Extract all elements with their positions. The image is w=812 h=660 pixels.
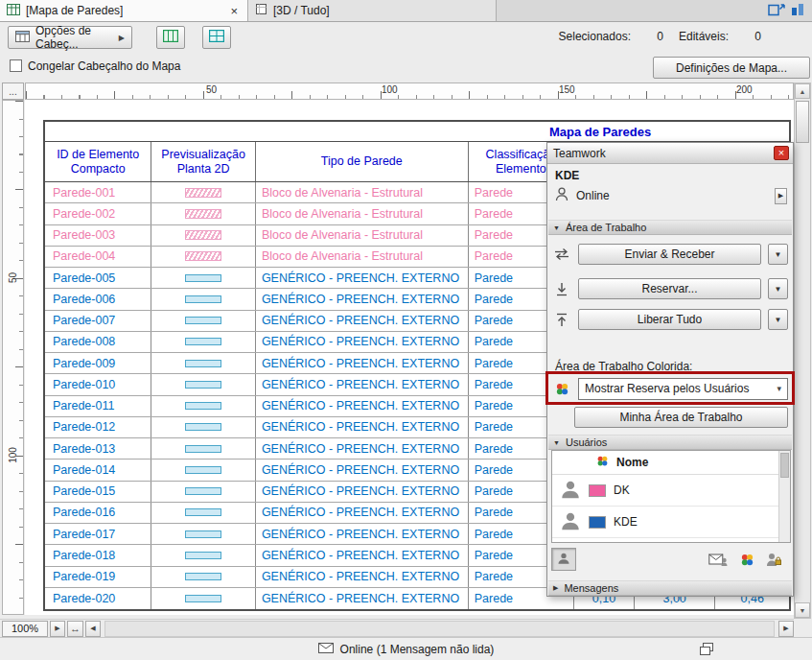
cell-preview[interactable] (151, 460, 255, 480)
user-row[interactable]: DK (552, 475, 790, 507)
zoom-level[interactable]: 100% (2, 621, 48, 637)
column-header-id[interactable]: ID de Elemento Compacto (45, 142, 151, 181)
cell-element-id[interactable]: Parede-007 (45, 311, 151, 331)
cell-wall-type[interactable]: Bloco de Alvenaria - Estrutural (256, 182, 469, 202)
cell-element-id[interactable]: Parede-003 (45, 225, 151, 246)
cell-element-id[interactable]: Parede-006 (45, 289, 151, 309)
zoom-menu-button[interactable]: ▶ (50, 621, 65, 637)
cell-preview[interactable] (151, 289, 255, 309)
cell-element-id[interactable]: Parede-008 (45, 332, 151, 352)
section-mensagens[interactable]: ▶ Mensagens (548, 580, 792, 596)
cell-element-id[interactable]: Parede-011 (45, 396, 151, 416)
cell-preview[interactable] (151, 503, 255, 523)
cell-element-id[interactable]: Parede-005 (45, 268, 151, 288)
cell-preview[interactable] (151, 545, 255, 565)
release-all-button[interactable]: Liberar Tudo (578, 309, 761, 330)
organizer-icon[interactable] (790, 2, 805, 19)
cell-element-id[interactable]: Parede-004 (45, 247, 151, 267)
tab-3d-tudo[interactable]: [3D / Tudo] (248, 0, 497, 21)
cell-wall-type[interactable]: GENÉRICO - PREENCH. EXTERNO (256, 289, 469, 309)
tab-close-icon[interactable]: × (227, 4, 241, 18)
release-all-dropdown[interactable]: ▼ (768, 309, 788, 330)
users-list-header[interactable]: Nome (552, 451, 790, 475)
cell-preview[interactable] (151, 588, 255, 609)
cell-element-id[interactable]: Parede-009 (45, 353, 151, 373)
cell-element-id[interactable]: Parede-010 (45, 374, 151, 394)
colored-workspace-select[interactable]: Mostrar Reserva pelos Usuários ▾ (578, 378, 788, 400)
cell-wall-type[interactable]: GENÉRICO - PREENCH. EXTERNO (256, 332, 469, 352)
cell-preview[interactable] (151, 247, 255, 267)
cell-wall-type[interactable]: GENÉRICO - PREENCH. EXTERNO (256, 482, 469, 502)
close-icon[interactable]: × (774, 146, 789, 160)
cell-preview[interactable] (151, 353, 255, 373)
tab-mapa-de-paredes[interactable]: [Mapa de Paredes] × (0, 0, 248, 21)
cell-wall-type[interactable]: GENÉRICO - PREENCH. EXTERNO (256, 311, 469, 331)
map-settings-button[interactable]: Definições de Mapa... (653, 57, 810, 79)
cell-element-id[interactable]: Parede-015 (45, 482, 151, 502)
merge-cells-button[interactable] (202, 26, 231, 49)
cell-wall-type[interactable]: GENÉRICO - PREENCH. EXTERNO (256, 545, 469, 565)
cell-preview[interactable] (151, 268, 255, 288)
vertical-scrollbar-thumb[interactable] (796, 101, 809, 143)
pop-up-navigator-icon[interactable] (768, 2, 785, 19)
cell-wall-type[interactable]: GENÉRICO - PREENCH. EXTERNO (256, 268, 469, 288)
user-row[interactable]: KDE (552, 507, 790, 538)
cell-element-id[interactable]: Parede-018 (45, 545, 151, 565)
palette-titlebar[interactable]: Teamwork × (547, 143, 793, 164)
cell-wall-type[interactable]: Bloco de Alvenaria - Estrutural (256, 203, 469, 224)
scroll-right-button[interactable]: ▶ (778, 621, 794, 637)
vertical-scrollbar[interactable]: ▲ ▼ (794, 82, 811, 619)
horizontal-ruler[interactable]: 50 100 150 200 (25, 82, 794, 100)
reserve-dropdown[interactable]: ▼ (768, 278, 788, 299)
section-usuarios[interactable]: ▼ Usuários (548, 435, 792, 450)
column-header-type[interactable]: Tipo de Parede (256, 142, 469, 181)
cell-preview[interactable] (151, 567, 255, 587)
cell-preview[interactable] (151, 524, 255, 544)
scroll-left-button[interactable]: ◀ (85, 621, 101, 637)
scroll-up-button[interactable]: ▲ (795, 83, 810, 99)
cell-preview[interactable] (151, 225, 255, 246)
send-receive-button[interactable]: Enviar & Receber (578, 244, 761, 265)
cell-wall-type[interactable]: GENÉRICO - PREENCH. EXTERNO (256, 524, 469, 544)
cell-preview[interactable] (151, 482, 255, 502)
send-receive-dropdown[interactable]: ▼ (768, 244, 788, 265)
cell-wall-type[interactable]: GENÉRICO - PREENCH. EXTERNO (256, 374, 469, 394)
cell-wall-type[interactable]: GENÉRICO - PREENCH. EXTERNO (256, 460, 469, 480)
cell-preview[interactable] (151, 182, 255, 202)
cell-preview[interactable] (151, 396, 255, 416)
cell-preview[interactable] (151, 417, 255, 437)
cell-wall-type[interactable]: GENÉRICO - PREENCH. EXTERNO (256, 567, 469, 587)
cell-preview[interactable] (151, 203, 255, 224)
cell-element-id[interactable]: Parede-012 (45, 417, 151, 437)
insert-field-button[interactable] (156, 26, 185, 49)
cell-preview[interactable] (151, 311, 255, 331)
cell-element-id[interactable]: Parede-016 (45, 503, 151, 523)
send-message-icon[interactable] (707, 550, 730, 569)
user-filter-button[interactable] (551, 548, 576, 571)
cell-preview[interactable] (151, 374, 255, 394)
ruler-options-button[interactable]: ... (2, 82, 24, 100)
freeze-header-checkbox[interactable] (10, 59, 22, 72)
show-user-colors-icon[interactable] (735, 550, 758, 569)
cell-wall-type[interactable]: GENÉRICO - PREENCH. EXTERNO (256, 588, 469, 609)
horizontal-scrollbar-track[interactable] (104, 621, 775, 637)
column-header-preview[interactable]: Previsualização Planta 2D (151, 142, 255, 181)
cell-preview[interactable] (151, 438, 255, 459)
status-flyout-button[interactable]: ▶ (775, 188, 787, 204)
reserve-button[interactable]: Reservar... (578, 278, 761, 299)
fit-in-window-button[interactable]: ↔ (67, 621, 83, 637)
vertical-ruler[interactable]: 50 100 (2, 100, 24, 615)
my-workspace-button[interactable]: Minha Área de Trabalho (574, 407, 788, 428)
section-area-de-trabalho[interactable]: ▼ Área de Trabalho (548, 220, 792, 235)
cell-wall-type[interactable]: Bloco de Alvenaria - Estrutural (256, 247, 469, 267)
cell-preview[interactable] (151, 332, 255, 352)
cell-wall-type[interactable]: GENÉRICO - PREENCH. EXTERNO (256, 438, 469, 459)
status-message[interactable]: Online (1 Mensagem não lida) (340, 643, 495, 656)
cell-element-id[interactable]: Parede-019 (45, 567, 151, 587)
cell-wall-type[interactable]: GENÉRICO - PREENCH. EXTERNO (256, 417, 469, 437)
cascade-windows-icon[interactable] (700, 643, 713, 658)
cell-element-id[interactable]: Parede-014 (45, 460, 151, 480)
cell-element-id[interactable]: Parede-017 (45, 524, 151, 544)
cell-element-id[interactable]: Parede-020 (45, 588, 151, 609)
users-scrollbar[interactable] (778, 451, 790, 542)
